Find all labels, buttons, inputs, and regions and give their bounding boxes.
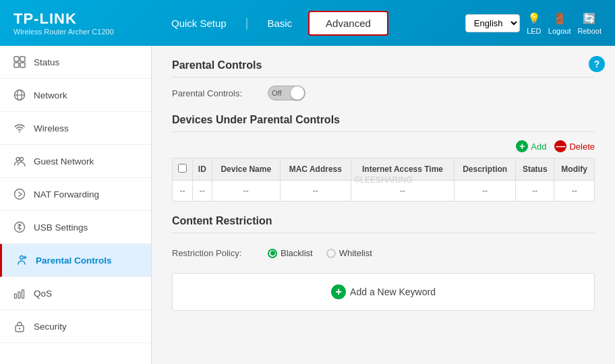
sidebar-label-parental: Parental Controls — [36, 255, 112, 266]
cell-device-name: -- — [212, 181, 280, 202]
sidebar-item-qos[interactable]: QoS — [0, 277, 151, 310]
sidebar-item-guest-network[interactable]: Guest Network — [0, 145, 151, 178]
col-status: Status — [516, 158, 554, 181]
help-button[interactable]: ? — [589, 56, 605, 72]
table-row: -- -- -- -- -- -- -- -- — [173, 181, 595, 202]
add-keyword-label: Add a New Keyword — [350, 286, 436, 297]
col-device-name: Device Name — [212, 158, 280, 181]
led-button[interactable]: 💡 LED — [527, 11, 541, 35]
svg-rect-21 — [18, 292, 20, 299]
svg-rect-22 — [22, 290, 24, 299]
svg-rect-3 — [20, 63, 25, 67]
restriction-policy-row: Restriction Policy: Blacklist Whitelist — [172, 241, 595, 265]
content-area: ? Parental Controls Parental Controls: O… — [152, 46, 615, 364]
sidebar-item-wireless[interactable]: Wireless — [0, 112, 151, 145]
reboot-icon: 🔄 — [582, 11, 597, 26]
header-right: English 💡 LED 🚪 Logout 🔄 Reboot — [465, 11, 602, 35]
parental-controls-title: Parental Controls — [172, 59, 595, 78]
delete-button[interactable]: — Delete — [554, 140, 595, 152]
reboot-button[interactable]: 🔄 Reboot — [578, 11, 602, 35]
tab-advanced[interactable]: Advanced — [308, 11, 388, 36]
svg-point-8 — [16, 158, 20, 161]
logout-button[interactable]: 🚪 Logout — [548, 11, 571, 35]
radio-group: Blacklist Whitelist — [268, 248, 372, 258]
devices-table: ID Device Name MAC Address Internet Acce… — [172, 158, 595, 202]
whitelist-label: Whitelist — [339, 248, 372, 258]
forward-icon — [12, 187, 27, 202]
sidebar-label-guest-network: Guest Network — [34, 156, 94, 166]
cell-mac: -- — [280, 181, 351, 202]
sidebar-label-security: Security — [34, 322, 67, 332]
svg-point-16 — [20, 229, 22, 230]
language-select[interactable]: English — [465, 14, 520, 32]
sidebar-item-parental-controls[interactable]: Parental Controls — [0, 244, 151, 277]
grid-icon — [12, 55, 27, 69]
col-description: Description — [455, 158, 516, 181]
add-label: Add — [531, 142, 546, 152]
restriction-label: Restriction Policy: — [172, 248, 260, 258]
wifi-icon — [12, 121, 27, 135]
sidebar-label-nat: NAT Forwarding — [34, 189, 99, 200]
qos-icon — [12, 286, 27, 301]
svg-point-10 — [15, 189, 25, 200]
col-checkbox — [173, 158, 193, 181]
svg-point-9 — [20, 158, 24, 161]
svg-point-15 — [18, 227, 19, 229]
main-nav: Quick Setup | Basic Advanced — [155, 11, 452, 36]
tab-quick-setup[interactable]: Quick Setup — [155, 12, 243, 34]
globe-icon — [12, 88, 27, 102]
devices-section: Devices Under Parental Controls + Add — … — [172, 114, 595, 202]
lock-icon — [12, 319, 27, 334]
col-internet-access: Internet Access Time — [351, 158, 454, 181]
brand-subtitle: Wireless Router Archer C1200 — [13, 28, 142, 36]
col-mac-address: MAC Address — [280, 158, 351, 181]
col-id: ID — [192, 158, 212, 181]
sidebar-item-status[interactable]: Status — [0, 46, 151, 79]
select-all-checkbox[interactable] — [178, 164, 187, 173]
table-actions: + Add — Delete — [172, 140, 595, 152]
svg-rect-0 — [14, 57, 19, 61]
toggle-knob — [291, 86, 304, 100]
restriction-title: Content Restriction — [172, 215, 595, 233]
cell-modify: -- — [554, 181, 595, 202]
svg-rect-2 — [14, 63, 19, 67]
add-icon: + — [516, 140, 528, 152]
radio-blacklist[interactable]: Blacklist — [268, 248, 313, 258]
parental-controls-toggle-row: Parental Controls: Off — [172, 86, 595, 100]
header: TP-LINK Wireless Router Archer C1200 Qui… — [0, 0, 615, 46]
svg-point-17 — [20, 256, 24, 260]
parental-icon — [14, 253, 29, 268]
restriction-section: Content Restriction Restriction Policy: … — [172, 215, 595, 311]
tab-basic[interactable]: Basic — [251, 12, 308, 34]
devices-title: Devices Under Parental Controls — [172, 114, 595, 132]
svg-rect-1 — [20, 57, 25, 61]
svg-rect-20 — [15, 294, 17, 299]
logo-area: TP-LINK Wireless Router Archer C1200 — [13, 10, 142, 36]
blacklist-label: Blacklist — [281, 248, 313, 258]
add-button[interactable]: + Add — [516, 140, 546, 152]
keyword-box[interactable]: + Add a New Keyword — [172, 273, 595, 311]
add-keyword-icon: + — [331, 284, 346, 299]
radio-whitelist[interactable]: Whitelist — [326, 248, 372, 258]
blacklist-radio-indicator — [268, 249, 277, 258]
logout-icon: 🚪 — [552, 11, 567, 26]
sidebar-label-status: Status — [34, 57, 59, 67]
sidebar-label-network: Network — [34, 90, 67, 100]
toggle-state-label: Off — [272, 89, 281, 97]
svg-point-24 — [19, 328, 20, 329]
parental-controls-label: Parental Controls: — [172, 88, 260, 98]
sidebar-label-qos: QoS — [34, 289, 52, 299]
cell-description: -- — [455, 181, 516, 202]
main-layout: Status Network Wireless Guest Network NA… — [0, 46, 615, 364]
sidebar-item-nat-forwarding[interactable]: NAT Forwarding — [0, 178, 151, 211]
parental-controls-toggle[interactable]: Off — [268, 86, 305, 100]
add-keyword-button: + Add a New Keyword — [331, 284, 436, 299]
sidebar-item-security[interactable]: Security — [0, 310, 151, 343]
delete-icon: — — [554, 140, 566, 152]
svg-point-7 — [19, 131, 20, 133]
sidebar-item-network[interactable]: Network — [0, 79, 151, 112]
sidebar-label-usb: USB Settings — [34, 222, 88, 233]
sidebar-item-usb-settings[interactable]: USB Settings — [0, 211, 151, 244]
sidebar-label-wireless: Wireless — [34, 123, 69, 133]
brand-logo: TP-LINK — [13, 10, 142, 28]
